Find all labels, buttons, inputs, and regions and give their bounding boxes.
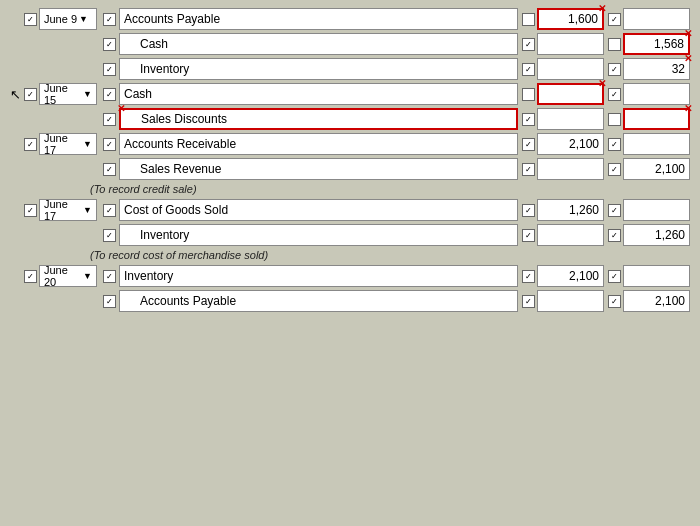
credit-column: 2,100 (608, 158, 690, 180)
credit-column: ✕1,568 (608, 33, 690, 55)
debit-input[interactable]: 1,600 (537, 8, 604, 30)
account-input[interactable]: Inventory (119, 224, 518, 246)
account-input[interactable]: Cash (119, 83, 518, 105)
debit-checkbox[interactable] (522, 88, 535, 101)
credit-input[interactable]: 1,568 (623, 33, 690, 55)
debit-checkbox[interactable] (522, 38, 535, 51)
debit-input[interactable]: 2,100 (537, 133, 604, 155)
x-mark-credit: ✕ (684, 28, 692, 39)
left-checkbox[interactable] (24, 13, 37, 26)
credit-input[interactable]: 32 (623, 58, 690, 80)
debit-input[interactable]: 2,100 (537, 265, 604, 287)
credit-input[interactable] (623, 108, 690, 130)
journal-row: Inventory✕32 (10, 58, 690, 80)
journal-row: June 17 ▼Accounts Receivable2,100 (10, 133, 690, 155)
account-checkbox[interactable] (103, 163, 116, 176)
account-input[interactable]: Sales Discounts (119, 108, 518, 130)
account-input[interactable]: Inventory (119, 265, 518, 287)
date-input[interactable]: June 17 ▼ (39, 199, 97, 221)
account-checkbox[interactable] (103, 138, 116, 151)
credit-checkbox[interactable] (608, 63, 621, 76)
credit-input[interactable]: 2,100 (623, 158, 690, 180)
x-mark-debit: ✕ (598, 78, 606, 89)
credit-checkbox[interactable] (608, 163, 621, 176)
account-input[interactable]: Sales Revenue (119, 158, 518, 180)
credit-input[interactable] (623, 8, 690, 30)
account-checkbox[interactable] (103, 204, 116, 217)
credit-column (608, 199, 690, 221)
credit-checkbox[interactable] (608, 204, 621, 217)
debit-input[interactable] (537, 83, 604, 105)
debit-column (522, 108, 604, 130)
journal-row: June 17 ▼Cost of Goods Sold1,260 (10, 199, 690, 221)
left-checkbox[interactable] (24, 88, 37, 101)
journal-row: June 20 ▼Inventory2,100 (10, 265, 690, 287)
account-checkbox[interactable] (103, 295, 116, 308)
left-checkbox[interactable] (24, 138, 37, 151)
debit-input[interactable] (537, 158, 604, 180)
credit-input[interactable] (623, 199, 690, 221)
x-mark-credit: ✕ (684, 53, 692, 64)
account-input[interactable]: Accounts Payable (119, 290, 518, 312)
date-column (24, 224, 99, 246)
credit-checkbox[interactable] (608, 229, 621, 242)
account-checkbox[interactable] (103, 63, 116, 76)
debit-input[interactable] (537, 108, 604, 130)
date-column (24, 290, 99, 312)
debit-input[interactable] (537, 224, 604, 246)
debit-column: ✕1,600 (522, 8, 604, 30)
account-checkbox[interactable] (103, 13, 116, 26)
account-input[interactable]: Inventory (119, 58, 518, 80)
credit-input[interactable]: 1,260 (623, 224, 690, 246)
journal-row: Accounts Payable2,100 (10, 290, 690, 312)
debit-checkbox[interactable] (522, 295, 535, 308)
account-input[interactable]: Cash (119, 33, 518, 55)
journal-row: ↖June 15 ▼Cash✕ (10, 83, 690, 105)
credit-checkbox[interactable] (608, 88, 621, 101)
debit-input[interactable] (537, 58, 604, 80)
debit-checkbox[interactable] (522, 163, 535, 176)
credit-column: ✕ (608, 108, 690, 130)
debit-checkbox[interactable] (522, 63, 535, 76)
account-input[interactable]: Cost of Goods Sold (119, 199, 518, 221)
left-checkbox[interactable] (24, 270, 37, 283)
credit-column: ✕32 (608, 58, 690, 80)
account-input[interactable]: Accounts Receivable (119, 133, 518, 155)
date-input[interactable]: June 17 ▼ (39, 133, 97, 155)
account-input[interactable]: Accounts Payable (119, 8, 518, 30)
debit-checkbox[interactable] (522, 13, 535, 26)
date-column (24, 33, 99, 55)
credit-checkbox[interactable] (608, 38, 621, 51)
date-column: June 20 ▼ (24, 265, 99, 287)
debit-input[interactable]: 1,260 (537, 199, 604, 221)
debit-input[interactable] (537, 290, 604, 312)
date-column: June 17 ▼ (24, 199, 99, 221)
account-checkbox[interactable] (103, 88, 116, 101)
credit-input[interactable] (623, 265, 690, 287)
account-checkbox[interactable] (103, 229, 116, 242)
debit-checkbox[interactable] (522, 113, 535, 126)
account-checkbox[interactable] (103, 270, 116, 283)
date-input[interactable]: June 9 ▼ (39, 8, 97, 30)
credit-checkbox[interactable] (608, 270, 621, 283)
journal-row: Inventory1,260 (10, 224, 690, 246)
credit-checkbox[interactable] (608, 113, 621, 126)
account-checkbox[interactable] (103, 38, 116, 51)
credit-checkbox[interactable] (608, 295, 621, 308)
debit-checkbox[interactable] (522, 204, 535, 217)
debit-checkbox[interactable] (522, 270, 535, 283)
debit-checkbox[interactable] (522, 138, 535, 151)
credit-input[interactable] (623, 133, 690, 155)
credit-input[interactable]: 2,100 (623, 290, 690, 312)
credit-checkbox[interactable] (608, 13, 621, 26)
journal-row: June 9 ▼Accounts Payable✕1,600 (10, 8, 690, 30)
date-input[interactable]: June 20 ▼ (39, 265, 97, 287)
debit-input[interactable] (537, 33, 604, 55)
account-checkbox[interactable] (103, 113, 116, 126)
credit-checkbox[interactable] (608, 138, 621, 151)
debit-checkbox[interactable] (522, 229, 535, 242)
account-column: Sales Revenue (103, 158, 518, 180)
date-input[interactable]: June 15 ▼ (39, 83, 97, 105)
credit-input[interactable] (623, 83, 690, 105)
left-checkbox[interactable] (24, 204, 37, 217)
